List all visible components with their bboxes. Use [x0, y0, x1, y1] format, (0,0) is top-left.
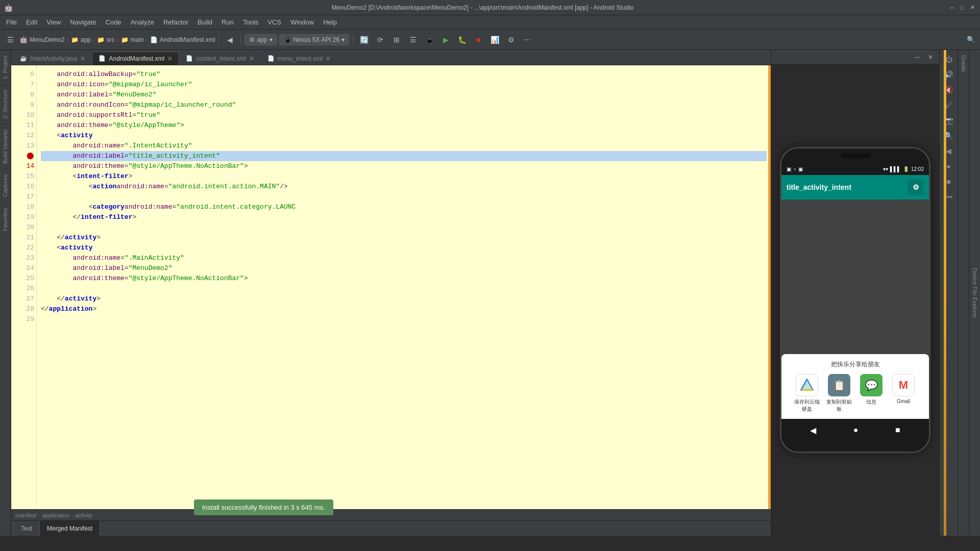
tab-close-content[interactable]: ✕ [249, 55, 254, 62]
run-button[interactable]: ▶ [438, 33, 453, 47]
search-button[interactable]: 🔍 [965, 34, 977, 46]
code-line-11: android:theme="@style/AppTheme"> [41, 120, 767, 131]
tab-text[interactable]: Text [13, 521, 40, 536]
emulator-minimize[interactable]: ─ [912, 52, 923, 63]
breadcrumb-application[interactable]: application [42, 512, 69, 518]
close-button[interactable]: ✕ [969, 4, 976, 11]
menu-edit[interactable]: Edit [22, 17, 41, 28]
code-line-20: </intent-filter> [41, 212, 767, 222]
phone-content: 把快乐分享给朋友 保存到云端硬盘 [781, 199, 929, 419]
share-app-copy[interactable]: 📋 复制到剪贴板 [825, 374, 853, 413]
menu-help[interactable]: Help [319, 17, 341, 28]
toolbar-menu-icon[interactable]: ☰ [3, 33, 17, 47]
device-selector[interactable]: 📱 Nexus 5X API 26 ▾ [279, 34, 350, 45]
minimize-button[interactable]: ─ [948, 4, 955, 11]
panel-favorites[interactable]: Favorites [0, 203, 11, 236]
panel-captures[interactable]: Captures [0, 169, 11, 203]
phone-icon3: ▣ [798, 166, 803, 172]
breadcrumb-src[interactable]: 📁 src [97, 36, 115, 43]
sdk-button[interactable]: ☰ [406, 33, 420, 47]
more-button[interactable]: ⋯ [520, 33, 534, 47]
copy-label: 复制到剪贴板 [825, 398, 853, 413]
layout-button[interactable]: ⊞ [389, 33, 404, 47]
code-content[interactable]: android:allowBackup="true" android:icon=… [37, 65, 771, 509]
line-num-15: 15 [15, 171, 34, 182]
avd-button[interactable]: 📱 [422, 33, 436, 47]
right-toolbar: ⏻ 🔊 🔇 🖊 📷 🔍 ◀ ● ■ ••• [939, 50, 958, 536]
breadcrumb-file[interactable]: 📄 AndroidManifest.xml [150, 36, 215, 43]
line-num-20: 20 [15, 222, 34, 233]
menu-window[interactable]: Window [286, 17, 318, 28]
maximize-button[interactable]: □ [959, 4, 966, 11]
menu-run[interactable]: Run [217, 17, 238, 28]
tab-label-menu: menu_intent.xml [278, 55, 323, 62]
tab-close-manifest[interactable]: ✕ [167, 55, 173, 62]
line-num-26: 26 [15, 284, 34, 294]
file-label: AndroidManifest.xml [160, 36, 215, 43]
java-file-icon: ☕ [20, 55, 27, 62]
settings-button[interactable]: ⚙ [504, 33, 518, 47]
share-app-gmail[interactable]: M Gmail [890, 374, 918, 413]
app-bar-menu[interactable]: ⚙ [908, 179, 924, 195]
tab-menu-intent[interactable]: 📄 menu_intent.xml ✕ [261, 52, 337, 65]
code-line-13: android:name=".IntentActivity" [41, 141, 767, 151]
sep1 [218, 35, 219, 45]
tab-close-intent[interactable]: ✕ [80, 55, 85, 62]
menu-refactor[interactable]: Refactor [159, 17, 192, 28]
line-num-23: 23 [15, 253, 34, 263]
menu-view[interactable]: View [42, 17, 65, 28]
code-line-10: android:supportsRtl="true" [41, 110, 767, 120]
menu-code[interactable]: Code [102, 17, 126, 28]
config-selector[interactable]: ⚙ app ▾ [244, 34, 277, 45]
phone-bottom [781, 441, 929, 452]
line-num-8: 8 [15, 90, 34, 100]
sync2-button[interactable]: ⟳ [373, 33, 387, 47]
debug-button[interactable]: 🐛 [455, 33, 469, 47]
nav-home[interactable]: ● [853, 425, 859, 435]
menu-tools[interactable]: Tools [239, 17, 262, 28]
emulator-close[interactable]: ✕ [925, 52, 936, 63]
menu-navigate[interactable]: Navigate [66, 17, 100, 28]
back-button[interactable]: ◀ [223, 33, 237, 47]
menu-file[interactable]: File [2, 17, 21, 28]
file-icon: 📄 [150, 36, 158, 43]
device-file-label[interactable]: Device File Explorer [970, 263, 980, 323]
folder-icon-src: 📁 [97, 36, 105, 43]
share-app-drive[interactable]: 保存到云端硬盘 [793, 374, 821, 413]
svg-marker-1 [801, 379, 813, 390]
nav-back[interactable]: ◀ [810, 425, 816, 435]
menu-vcs[interactable]: VCS [263, 17, 285, 28]
panel-build-variants[interactable]: Build Variants [0, 124, 11, 169]
breadcrumb-activity[interactable]: activity [76, 512, 93, 518]
gradle-label[interactable]: Gradle [959, 50, 969, 77]
breadcrumb-main[interactable]: 📁 main [121, 36, 144, 43]
tab-android-manifest[interactable]: 📄 AndroidManifest.xml ✕ [92, 52, 179, 65]
code-editor[interactable]: 6 7 8 9 10 11 12 13 ⬤ 14 15 16 17 18 19 … [11, 65, 771, 509]
code-line-15: android:theme="@style/AppTheme.NoActionB… [41, 161, 767, 171]
panel-project[interactable]: 1: Project [0, 50, 11, 84]
stop-button[interactable]: ■ [471, 33, 485, 47]
line-num-29: 29 [15, 314, 34, 324]
menu-build[interactable]: Build [193, 17, 216, 28]
coverage-button[interactable]: 📊 [487, 33, 502, 47]
code-line-8: android:label="MenuDemo2" [41, 90, 767, 100]
breadcrumb-manifest[interactable]: manifest [15, 512, 37, 518]
install-success-toast: Install successfully finished in 3 s 645… [194, 499, 333, 515]
tab-close-menu[interactable]: ✕ [326, 55, 331, 62]
nav-recents[interactable]: ■ [895, 425, 900, 435]
tab-content-intent[interactable]: 📄 content_intent.xml ✕ [179, 52, 260, 65]
share-app-messages[interactable]: 💬 信息 [857, 374, 886, 413]
code-line-6: android:allowBackup="true" [41, 69, 767, 80]
breadcrumb-project[interactable]: 🤖 MenuDemo2 [19, 36, 65, 43]
sync-button[interactable]: 🔄 [357, 33, 371, 47]
panel-structure[interactable]: 2: Structure [0, 84, 11, 124]
toolbar: ☰ 🤖 MenuDemo2 › 📁 app › 📁 src › 📁 main ›… [0, 30, 980, 50]
phone-frame: ▣ ○ ▣ ▾▾ ▌▌▌ 🔋 12:02 title_activity_inte… [780, 147, 930, 453]
line-num-24: 24 [15, 263, 34, 273]
breadcrumb-app[interactable]: 📁 app [71, 36, 91, 43]
tab-intent-activity[interactable]: ☕ IntentActivity.java ✕ [13, 52, 92, 65]
menu-analyze[interactable]: Analyze [127, 17, 158, 28]
share-title: 把快乐分享给朋友 [788, 360, 923, 369]
gmail-label: Gmail [897, 398, 910, 404]
tab-merged-manifest[interactable]: Merged Manifest [40, 521, 100, 536]
